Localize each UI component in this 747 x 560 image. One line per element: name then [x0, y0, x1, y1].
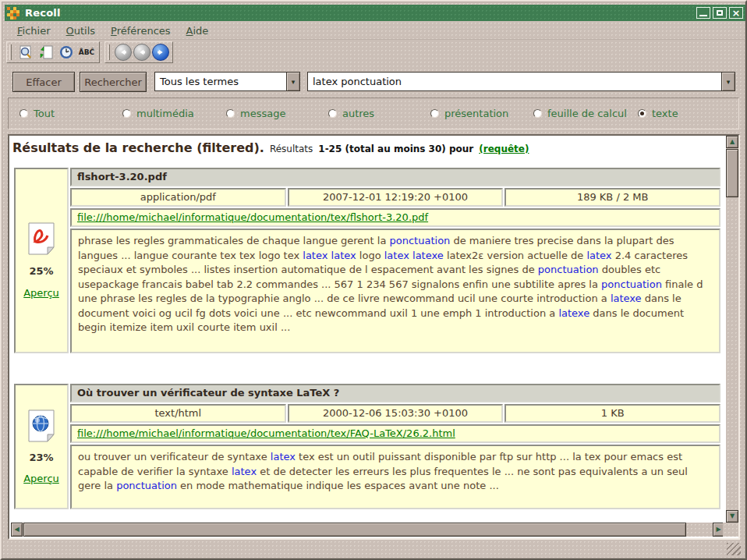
- result-date: 2007-12-01 12:19:20 +0100: [288, 188, 504, 207]
- first-page-button[interactable]: [115, 44, 132, 61]
- filter-radio-presentation[interactable]: présentation: [430, 98, 508, 129]
- category-filter-bar: Tout multimédia message autres présentat…: [8, 97, 739, 129]
- arrow-left-icon: [118, 47, 129, 58]
- filter-radio-message[interactable]: message: [226, 98, 285, 129]
- radio-icon: [122, 109, 131, 118]
- minimize-icon: [699, 15, 707, 16]
- highlight-term: latex: [271, 451, 296, 463]
- document-sort-icon: [38, 44, 54, 60]
- dropdown-arrow-icon[interactable]: ▾: [286, 73, 299, 90]
- filter-radio-autres[interactable]: autres: [328, 98, 374, 129]
- filter-radio-multimedia[interactable]: multimédia: [122, 98, 194, 129]
- toolbar-handle[interactable]: [9, 44, 12, 60]
- titlebar[interactable]: Recoll ×: [5, 5, 745, 21]
- radio-icon: [533, 109, 542, 118]
- highlight-term: ponctuation: [538, 264, 599, 275]
- minimize-button[interactable]: [696, 7, 710, 19]
- pdf-document-icon: [27, 222, 56, 255]
- result-snippet: ou trouver un verificateur de syntaxe la…: [70, 445, 720, 509]
- vertical-scrollbar[interactable]: ▲ ▼: [726, 136, 738, 523]
- result-url-link[interactable]: file:///home/michael/informatique/docume…: [77, 427, 455, 439]
- relevance-percent: 25%: [29, 265, 53, 277]
- result-size: 1 KB: [504, 404, 720, 423]
- highlight-term: ponctuation: [390, 235, 451, 246]
- results-list: Résultats de la recherche (filtered). Ré…: [8, 134, 740, 540]
- close-icon: ×: [732, 8, 741, 18]
- menu-aide[interactable]: Aide: [179, 24, 216, 37]
- horizontal-scroll-thumb[interactable]: [23, 523, 686, 537]
- results-title: Résultats de la recherche (filtered).: [12, 140, 264, 155]
- term-explorer-button[interactable]: ÂBĈ: [77, 43, 96, 62]
- vertical-scroll-thumb[interactable]: [726, 149, 738, 197]
- recoll-window: Recoll × Fichier Outils Préférences Aide: [0, 0, 747, 560]
- highlight-term: latex: [586, 250, 611, 261]
- scroll-down-button[interactable]: ▼: [726, 510, 738, 523]
- maximize-button[interactable]: [713, 7, 727, 19]
- filter-radio-texte[interactable]: texte: [638, 98, 678, 129]
- scroll-up-button[interactable]: ▲: [726, 136, 738, 148]
- app-logo-icon: [7, 7, 19, 19]
- highlight-term: latexe: [558, 307, 589, 319]
- arrow-right-icon: [155, 47, 166, 58]
- clear-button[interactable]: Effacer: [12, 72, 75, 92]
- radio-icon: [226, 109, 235, 118]
- result-title: Où trouver un vérificateur de syntaxe La…: [70, 384, 720, 402]
- highlight-term: latexe: [412, 250, 444, 261]
- scrollbar-corner: [723, 523, 738, 537]
- document-history-button[interactable]: [57, 43, 76, 62]
- highlight-term: latex: [232, 466, 257, 477]
- query-details-link[interactable]: (requête): [479, 144, 529, 154]
- arrow-left-icon: [136, 47, 147, 58]
- horizontal-scrollbar[interactable]: ◀ ▶: [11, 523, 724, 537]
- preview-link[interactable]: Aperçu: [23, 473, 59, 484]
- result-url-link[interactable]: file:///home/michael/informatique/docume…: [77, 211, 428, 223]
- highlight-term: ponctuation: [601, 278, 662, 290]
- search-query-combobox[interactable]: latex ponctuation ▾: [307, 72, 735, 91]
- result-mime: text/html: [70, 404, 286, 423]
- radio-icon: [19, 109, 28, 118]
- filter-radio-feuille-de-calcul[interactable]: feuille de calcul: [533, 98, 627, 129]
- sort-parameters-button[interactable]: [37, 43, 55, 62]
- preview-link[interactable]: Aperçu: [23, 287, 59, 299]
- snippet-text: logo: [356, 250, 384, 261]
- results-header: Résultats de la recherche (filtered). Ré…: [12, 140, 529, 155]
- scroll-left-button[interactable]: ◀: [11, 523, 23, 537]
- term-explorer-icon: ÂBĈ: [79, 48, 94, 56]
- resize-grip[interactable]: [727, 543, 741, 555]
- menubar: Fichier Outils Préférences Aide: [4, 23, 746, 40]
- menu-fichier[interactable]: Fichier: [10, 24, 58, 37]
- menu-outils[interactable]: Outils: [59, 24, 103, 37]
- highlight-term: latexe: [611, 292, 642, 304]
- toolbar-handle[interactable]: [108, 44, 110, 60]
- result-item-1[interactable]: 25% Aperçu flshort-3.20.pdf application/…: [14, 168, 720, 353]
- radio-icon: [328, 109, 337, 118]
- result-side-panel: 23% Aperçu: [14, 384, 69, 509]
- dropdown-arrow-icon[interactable]: ▾: [721, 73, 735, 90]
- highlight-term: latex: [303, 250, 327, 261]
- radio-icon: [430, 109, 439, 118]
- scroll-down-icon: ▼: [730, 513, 735, 519]
- window-title: Recoll: [25, 7, 61, 19]
- toolbar-group-nav: [104, 41, 173, 63]
- result-item-2[interactable]: 23% Aperçu Où trouver un vérificateur de…: [14, 384, 720, 509]
- highlight-term: latex: [384, 250, 409, 261]
- results-range: 1-25 (total au moins 30) pour: [318, 144, 473, 154]
- next-page-button[interactable]: [152, 44, 169, 61]
- clock-icon: [58, 44, 74, 60]
- close-button[interactable]: ×: [729, 7, 743, 19]
- previous-page-button[interactable]: [133, 44, 150, 61]
- maximize-icon: [717, 10, 723, 16]
- search-button[interactable]: Rechercher: [80, 72, 147, 92]
- search-query-input[interactable]: latex ponctuation: [308, 76, 721, 87]
- menu-preferences[interactable]: Préférences: [104, 24, 177, 37]
- scroll-left-icon: ◀: [14, 526, 19, 533]
- show-query-detail-button[interactable]: [16, 43, 35, 62]
- result-size: 189 KB / 2 MB: [504, 188, 720, 207]
- result-date: 2000-12-06 15:03:30 +0100: [288, 404, 504, 423]
- result-snippet: phrase les regles grammaticales de chaqu…: [70, 229, 720, 353]
- search-mode-select[interactable]: Tous les termes ▾: [154, 72, 300, 91]
- html-document-icon: [27, 409, 56, 442]
- document-search-icon: [18, 44, 34, 60]
- filter-radio-tout[interactable]: Tout: [19, 98, 55, 129]
- result-title: flshort-3.20.pdf: [70, 168, 720, 186]
